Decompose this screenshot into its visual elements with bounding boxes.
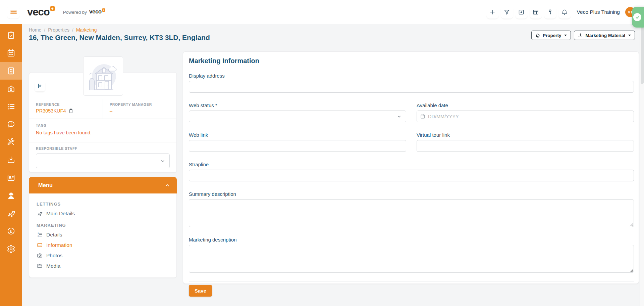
sidebar-item-contractors[interactable] xyxy=(0,186,22,204)
form-heading: Marketing Information xyxy=(189,57,634,65)
folder-download-button[interactable] xyxy=(515,6,528,18)
numbered-list-icon: 12 xyxy=(37,232,43,237)
calendar-icon xyxy=(7,49,15,57)
marketing-material-dropdown-button[interactable]: Marketing Material xyxy=(574,31,635,40)
hamburger-menu-button[interactable] xyxy=(7,6,20,18)
available-date-field[interactable] xyxy=(417,111,634,122)
copy-icon xyxy=(68,108,73,114)
sidebar-item-settings[interactable] xyxy=(0,240,22,258)
sidebar-item-properties[interactable] xyxy=(0,62,22,80)
camera-icon xyxy=(37,253,43,258)
menu-section-heading: MARKETING xyxy=(29,223,176,228)
breadcrumb-home[interactable]: Home xyxy=(29,27,41,33)
download-tray-icon xyxy=(7,156,15,164)
sidebar-item-accounts[interactable]: £ xyxy=(0,222,22,240)
available-date-group: Available date xyxy=(417,102,634,122)
sidebar-item-checklist[interactable] xyxy=(0,97,22,115)
web-link-label: Web link xyxy=(189,132,406,138)
marketing-description-group: Marketing description xyxy=(189,237,634,273)
scrollbar-thumb[interactable] xyxy=(641,27,644,84)
web-status-select[interactable] xyxy=(189,111,406,122)
property-photo-placeholder xyxy=(83,56,123,96)
svg-text:2: 2 xyxy=(38,235,39,237)
checklist-icon xyxy=(7,102,15,111)
collapse-panel-button[interactable] xyxy=(35,81,45,91)
property-dropdown-button[interactable]: Property xyxy=(531,31,571,40)
tags-label: TAGS xyxy=(36,123,170,127)
page-title: 16, The Green, New Malden, Surrey, KT3 3… xyxy=(29,34,210,42)
status-date-row: Web status * Available date xyxy=(189,102,634,122)
breadcrumb-separator: / xyxy=(44,27,45,33)
web-link-group: Web link xyxy=(189,132,406,152)
available-date-input[interactable] xyxy=(428,114,630,119)
tools-icon xyxy=(7,138,15,146)
save-button[interactable]: Save xyxy=(189,285,212,297)
chevron-down-icon xyxy=(397,114,401,119)
svg-text:1: 1 xyxy=(38,232,39,234)
sidebar-item-landlords[interactable] xyxy=(0,80,22,97)
calendar-icon xyxy=(420,114,425,119)
powered-by-plus-badge: + xyxy=(102,8,105,12)
bell-icon xyxy=(561,9,568,15)
responsible-staff-select[interactable] xyxy=(36,154,170,168)
vertical-scrollbar[interactable] xyxy=(640,24,644,306)
reference-value[interactable]: PR3053KUF4 xyxy=(36,108,66,114)
sidebar-item-contacts[interactable] xyxy=(0,169,22,186)
strapline-group: Strapline xyxy=(189,162,634,181)
property-manager-cell: PROPERTY MANAGER – xyxy=(103,99,176,119)
table-button[interactable] xyxy=(530,6,542,18)
web-status-label: Web status * xyxy=(189,102,406,108)
form-divider xyxy=(189,281,634,281)
sidebar-item-maintenance[interactable] xyxy=(0,133,22,151)
copy-reference-button[interactable] xyxy=(68,108,73,114)
menu-item-label: Media xyxy=(46,263,60,269)
links-row: Web link Virtual tour link xyxy=(189,132,634,152)
sidebar-item-feedback[interactable] xyxy=(0,115,22,133)
strapline-label: Strapline xyxy=(189,162,634,167)
responsible-staff-row: RESPONSIBLE STAFF xyxy=(29,142,176,174)
sidebar-item-calendar[interactable] xyxy=(0,44,22,62)
menu-item-main-details[interactable]: Main Details xyxy=(29,208,176,219)
marketing-description-textarea[interactable] xyxy=(189,245,634,273)
summary-description-textarea[interactable] xyxy=(189,199,634,227)
display-address-input[interactable] xyxy=(189,81,634,93)
comment-alert-icon xyxy=(7,120,15,129)
account-name: Veco Plus Training xyxy=(577,9,620,15)
marketing-information-card: Marketing Information Display address We… xyxy=(183,51,639,284)
menu-item-label: Information xyxy=(46,242,72,248)
menu-item-media[interactable]: Media xyxy=(29,261,176,271)
building-icon xyxy=(7,67,15,75)
reference-label: REFERENCE xyxy=(36,102,96,106)
chevron-down-icon xyxy=(628,35,631,36)
virtual-tour-link-input[interactable] xyxy=(417,140,634,152)
menu-header[interactable]: Menu xyxy=(29,177,177,193)
web-link-input[interactable] xyxy=(189,140,406,152)
menu-item-photos[interactable]: Photos xyxy=(29,250,176,261)
breadcrumb-properties[interactable]: Properties xyxy=(48,27,69,33)
menu-section-marketing: MARKETING 12 Details Information xyxy=(29,223,176,271)
menu-item-information[interactable]: Information xyxy=(29,240,176,250)
content-area: Home / Properties / Marketing 16, The Gr… xyxy=(22,24,644,306)
summary-description-group: Summary description xyxy=(189,191,634,227)
brand-text: veco xyxy=(27,7,50,17)
chevron-up-icon xyxy=(165,183,170,188)
strapline-input[interactable] xyxy=(189,170,634,181)
key-button[interactable] xyxy=(544,6,556,18)
veco-logo[interactable]: veco + xyxy=(27,7,55,17)
display-address-label: Display address xyxy=(189,73,634,79)
svg-text:£: £ xyxy=(10,229,12,233)
menu-item-label: Photos xyxy=(46,253,62,259)
menu-item-details[interactable]: 12 Details xyxy=(29,229,176,240)
sidebar-item-clipboard-check[interactable] xyxy=(0,26,22,44)
notifications-button[interactable] xyxy=(558,6,571,18)
contact-card-icon xyxy=(7,173,15,182)
sidebar-item-marketing[interactable] xyxy=(0,204,22,222)
add-button[interactable] xyxy=(486,6,499,18)
menu-item-label: Main Details xyxy=(46,211,75,217)
property-button-label: Property xyxy=(543,33,561,38)
powered-by-brand: veco xyxy=(89,9,102,15)
consent-widget[interactable] xyxy=(632,7,644,28)
menu-item-label: Details xyxy=(46,232,62,238)
filter-button[interactable] xyxy=(501,6,513,18)
sidebar-item-downloads[interactable] xyxy=(0,151,22,169)
